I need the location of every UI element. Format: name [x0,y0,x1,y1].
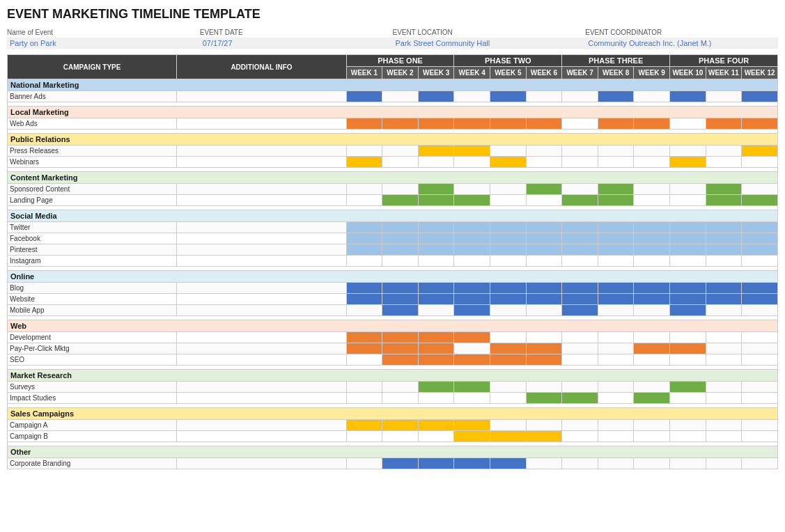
table-row: SEO [8,354,778,366]
week-cell-6 [562,420,598,431]
week-6-header: WEEK 6 [526,67,562,79]
week-cell-10 [706,431,742,442]
week-cell-6 [562,195,598,206]
week-cell-11 [742,343,778,354]
week-cell-11 [742,294,778,305]
row-addinfo [177,343,346,354]
week-cell-4 [490,244,527,256]
row-label: Corporate Branding [8,458,177,469]
row-label: Campaign A [8,420,177,431]
event-name-field: Name of Event Party on Park [7,29,200,49]
week-cell-2 [418,184,454,195]
week-cell-0 [346,184,382,195]
table-row: Development [8,332,778,343]
row-addinfo [177,382,346,393]
event-name-value: Party on Park [7,38,200,49]
week-cell-6 [562,157,598,168]
week-cell-2 [418,431,454,442]
week-cell-6 [562,382,598,393]
week-cell-2 [418,91,454,102]
week-cell-3 [454,431,490,442]
week-cell-5 [526,118,562,130]
row-label: Twitter [8,222,177,233]
week-cell-10 [706,283,742,294]
week-cell-3 [454,233,490,244]
week-cell-7 [598,256,634,267]
week-cell-11 [742,354,778,366]
week-cell-5 [526,294,562,305]
row-label: Surveys [8,382,177,393]
week-cell-0 [346,458,382,469]
row-addinfo [177,222,346,233]
week-cell-8 [634,91,670,102]
week-cell-7 [598,184,634,195]
week-cell-3 [454,256,490,267]
week-cell-11 [742,283,778,294]
category-row-0: National Marketing [8,79,778,91]
week-cell-9 [670,305,706,316]
week-cell-9 [670,256,706,267]
week-cell-4 [490,305,527,316]
row-addinfo [177,458,346,469]
week-cell-5 [526,256,562,267]
row-addinfo [177,118,346,130]
week-cell-7 [598,382,634,393]
event-location-field: EVENT LOCATION Park Street Community Hal… [393,29,586,49]
week-cell-8 [634,332,670,343]
row-addinfo [177,305,346,316]
week-cell-1 [382,420,419,431]
week-cell-7 [598,354,634,366]
timeline-table: CAMPAIGN TYPE ADDITIONAL INFO PHASE ONE … [7,54,778,469]
row-label: Mobile App [8,305,177,316]
row-label: Webinars [8,157,177,168]
table-row: Impact Studies [8,393,778,404]
category-row-4: Social Media [8,210,778,222]
week-cell-3 [454,294,490,305]
week-cell-6 [562,91,598,102]
week-cell-8 [634,294,670,305]
week-cell-4 [490,195,527,206]
table-row: Blog [8,283,778,294]
week-cell-1 [382,343,419,354]
week-cell-9 [670,354,706,366]
week-cell-1 [382,393,419,404]
row-label: Banner Ads [8,91,177,102]
week-cell-5 [526,343,562,354]
week-cell-6 [562,222,598,233]
week-cell-7 [598,283,634,294]
row-addinfo [177,283,346,294]
row-addinfo [177,195,346,206]
week-cell-11 [742,157,778,168]
week-cell-10 [706,91,742,102]
page-title: EVENT MARKETING TIMELINE TEMPLATE [7,7,778,22]
week-cell-10 [706,244,742,256]
week-cell-5 [526,354,562,366]
week-cell-3 [454,91,490,102]
week-cell-5 [526,458,562,469]
week-cell-11 [742,382,778,393]
week-cell-4 [490,354,527,366]
week-cell-9 [670,184,706,195]
category-row-2: Public Relations [8,134,778,146]
week-cell-0 [346,222,382,233]
week-cell-10 [706,146,742,157]
week-cell-8 [634,420,670,431]
phase-four-header: PHASE FOUR [670,55,778,67]
week-cell-9 [670,146,706,157]
table-row: Instagram [8,256,778,267]
category-label-6: Web [8,320,778,332]
week-cell-4 [490,343,527,354]
week-cell-6 [562,343,598,354]
week-cell-7 [598,118,634,130]
week-cell-10 [706,354,742,366]
week-cell-4 [490,382,527,393]
week-cell-9 [670,431,706,442]
week-cell-9 [670,343,706,354]
phase-two-header: PHASE TWO [454,55,562,67]
week-11-header: WEEK 11 [706,67,742,79]
row-label: Sponsored Content [8,184,177,195]
row-label: Instagram [8,256,177,267]
row-label: Development [8,332,177,343]
table-row: Corporate Branding [8,458,778,469]
week-cell-7 [598,458,634,469]
